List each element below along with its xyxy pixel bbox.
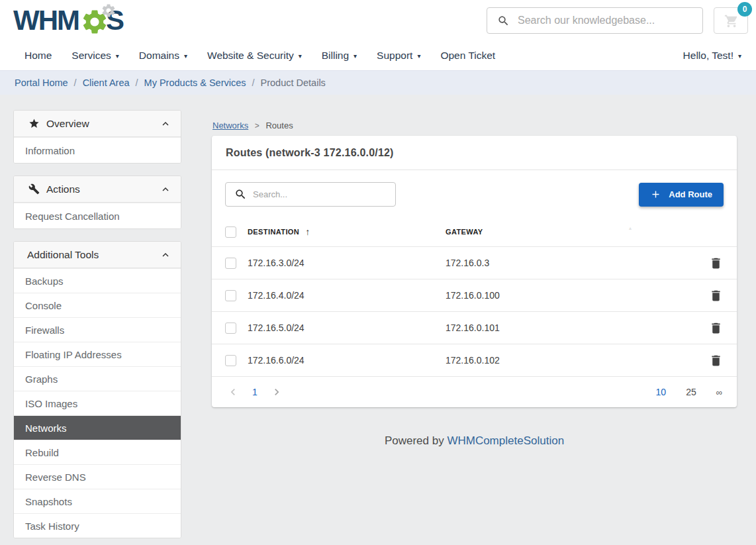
chevron-right-icon — [270, 385, 283, 399]
page-size-infinity-icon[interactable]: ∞ — [716, 387, 722, 397]
main-content: Networks > Routes Routes (network-3 172.… — [212, 121, 737, 407]
page-size-25[interactable]: 25 — [686, 387, 696, 397]
panel-title: Additional Tools — [27, 249, 99, 261]
pagination-bar: 1 10 25 ∞ — [212, 376, 737, 407]
next-page-button[interactable] — [270, 385, 283, 399]
sidebar-item-console[interactable]: Console — [14, 293, 181, 317]
sidebar-item-rebuild[interactable]: Rebuild — [14, 440, 181, 464]
sort-hint-icon: ▴ — [629, 225, 632, 231]
breadcrumb-my-products[interactable]: My Products & Services — [144, 77, 246, 88]
breadcrumb-separator: / — [136, 77, 138, 88]
sidebar-panel-overview: Overview Information — [13, 110, 181, 164]
add-route-button[interactable]: Add Route — [639, 183, 724, 207]
page-size-options: 10 25 ∞ — [656, 387, 722, 397]
nav-item-billing[interactable]: Billing▾ — [312, 50, 367, 62]
destination-cell: 172.16.5.0/24 — [236, 322, 446, 333]
delete-route-button[interactable] — [708, 287, 724, 303]
sidebar-item-floating-ip-addresses[interactable]: Floating IP Addresses — [14, 342, 181, 366]
nav-items: Home Services▾ Domains▾ Website & Securi… — [15, 41, 505, 70]
trash-icon — [709, 354, 723, 368]
trash-icon — [709, 256, 723, 270]
nav-item-support[interactable]: Support▾ — [367, 50, 430, 62]
star-icon — [28, 118, 40, 129]
nav-item-services[interactable]: Services▾ — [62, 50, 128, 62]
delete-route-button[interactable] — [708, 255, 724, 271]
row-checkbox[interactable] — [225, 322, 236, 334]
cart-button[interactable]: 0 — [714, 7, 748, 34]
row-checkbox[interactable] — [225, 355, 236, 366]
chevron-up-icon — [160, 183, 171, 195]
knowledgebase-search-input[interactable] — [518, 15, 702, 26]
chevron-up-icon — [160, 118, 171, 130]
panel-header-actions[interactable]: Actions — [14, 176, 181, 203]
panel-header-additional-tools[interactable]: Additional Tools — [14, 242, 181, 268]
module-breadcrumb-separator: > — [255, 121, 260, 130]
trash-icon — [709, 289, 723, 303]
routes-search-input[interactable] — [253, 189, 395, 199]
column-header-destination[interactable]: DESTINATION ↑ — [236, 226, 446, 237]
nav-item-website-security[interactable]: Website & Security▾ — [197, 50, 312, 62]
routes-card-title: Routes (network-3 172.16.0.0/12) — [212, 136, 737, 170]
caret-down-icon: ▾ — [299, 52, 302, 60]
breadcrumb-client-area[interactable]: Client Area — [83, 77, 130, 88]
sidebar-item-information[interactable]: Information — [14, 137, 181, 163]
column-header-gateway[interactable]: GATEWAY — [446, 228, 708, 236]
table-row: 172.16.3.0/24 172.16.0.3 — [212, 246, 737, 279]
sidebar-item-reverse-dns[interactable]: Reverse DNS — [14, 464, 181, 489]
select-all-checkbox[interactable] — [225, 226, 236, 238]
sort-ascending-icon[interactable]: ↑ — [305, 226, 310, 237]
gateway-cell: 172.16.0.102 — [446, 355, 708, 366]
chevron-up-icon — [160, 249, 171, 261]
whmcs-client-area-page: WHM S 0 Home Services▾ Domains▾ Website … — [0, 0, 756, 545]
delete-route-button[interactable] — [708, 320, 724, 336]
main-nav: Home Services▾ Domains▾ Website & Securi… — [0, 41, 756, 70]
chevron-left-icon — [226, 385, 240, 399]
whmcs-logo[interactable]: WHM S — [13, 4, 123, 37]
search-icon — [497, 15, 510, 27]
caret-down-icon: ▾ — [354, 52, 357, 60]
top-header: WHM S 0 Home Services▾ Domains▾ Website … — [0, 0, 756, 70]
breadcrumb-separator: / — [74, 77, 77, 88]
powered-by-text: Powered by — [385, 434, 448, 447]
nav-item-home[interactable]: Home — [15, 50, 62, 62]
greeting-label: Hello, Test! — [683, 50, 733, 62]
sidebar-panel-actions: Actions Request Cancellation — [13, 175, 181, 229]
sidebar-item-backups[interactable]: Backups — [14, 268, 181, 293]
account-menu[interactable]: Hello, Test! ▾ — [683, 41, 741, 70]
sidebar-item-iso-images[interactable]: ISO Images — [14, 391, 181, 415]
breadcrumb-separator: / — [252, 77, 255, 88]
page-number-1[interactable]: 1 — [252, 387, 258, 397]
table-header-row: DESTINATION ↑ GATEWAY ▴ — [212, 217, 737, 246]
logo-gears — [80, 4, 111, 37]
page-size-10[interactable]: 10 — [656, 387, 667, 397]
breadcrumb: Portal Home / Client Area / My Products … — [0, 70, 756, 95]
row-checkbox[interactable] — [225, 258, 236, 269]
destination-cell: 172.16.4.0/24 — [236, 290, 446, 301]
delete-route-button[interactable] — [708, 352, 724, 368]
whmcs-footer-link[interactable]: WHMCompleteSolution — [447, 434, 564, 447]
sidebar-item-firewalls[interactable]: Firewalls — [14, 317, 181, 342]
plus-icon — [650, 189, 661, 200]
breadcrumb-current: Product Details — [261, 77, 326, 88]
module-breadcrumb-networks-link[interactable]: Networks — [213, 121, 248, 130]
nav-item-domains[interactable]: Domains▾ — [129, 50, 197, 62]
previous-page-button[interactable] — [226, 385, 240, 399]
breadcrumb-portal-home[interactable]: Portal Home — [15, 77, 68, 88]
sidebar-item-task-history[interactable]: Task History — [14, 513, 181, 538]
sidebar-item-networks[interactable]: Networks — [14, 415, 181, 440]
wrench-icon — [28, 183, 40, 195]
sidebar-item-graphs[interactable]: Graphs — [14, 366, 181, 391]
panel-title: Overview — [46, 118, 89, 130]
cart-count-badge: 0 — [737, 2, 752, 17]
nav-item-open-ticket[interactable]: Open Ticket — [430, 50, 505, 62]
gateway-cell: 172.16.0.3 — [446, 258, 708, 268]
panel-title: Actions — [46, 183, 80, 195]
panel-header-overview[interactable]: Overview — [14, 111, 181, 137]
row-checkbox[interactable] — [225, 290, 236, 301]
gateway-cell: 172.16.0.100 — [446, 290, 708, 301]
sidebar-item-request-cancellation[interactable]: Request Cancellation — [14, 203, 181, 228]
sidebar: Overview Information Actions Request Can… — [13, 110, 181, 545]
sidebar-panel-additional-tools: Additional Tools Backups Console Firewal… — [13, 241, 181, 538]
knowledgebase-search — [487, 7, 703, 34]
sidebar-item-snapshots[interactable]: Snapshots — [14, 489, 181, 513]
